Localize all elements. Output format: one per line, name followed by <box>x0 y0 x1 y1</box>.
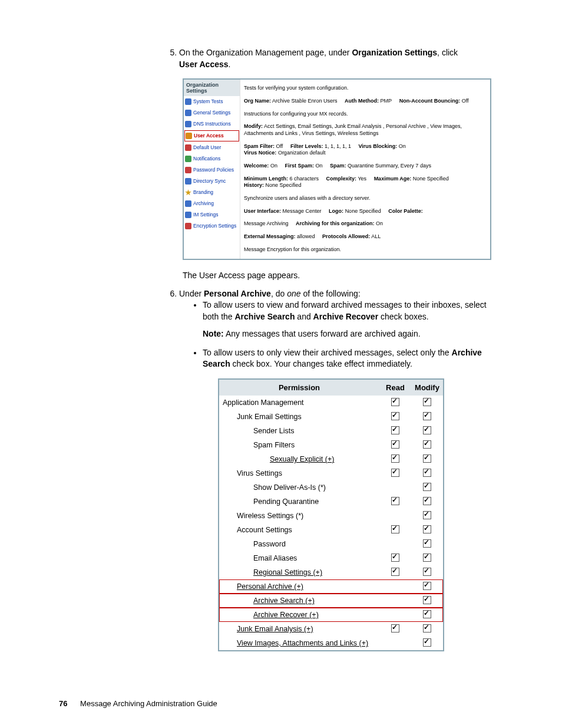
col-permission: Permission <box>219 380 379 396</box>
nav-item-password-policies[interactable]: Password Policies <box>184 164 240 176</box>
table-row: Wireless Settings (*) <box>219 509 443 523</box>
read-checkbox[interactable] <box>391 440 399 449</box>
modify-cell <box>411 509 443 523</box>
permission-label: Email Aliases <box>219 551 379 565</box>
permission-link[interactable]: View Images, Attachments and Links (+) <box>237 639 368 647</box>
nav-item-label: General Settings <box>193 110 230 116</box>
read-checkbox[interactable] <box>391 412 399 420</box>
permission-label: Application Management <box>219 396 379 410</box>
permission-text: Email Aliases <box>253 554 297 562</box>
read-checkbox[interactable] <box>391 426 399 434</box>
read-checkbox[interactable] <box>391 568 399 576</box>
modify-checkbox[interactable] <box>423 624 431 633</box>
modify-checkbox[interactable] <box>423 454 431 463</box>
modify-checkbox[interactable] <box>423 554 431 562</box>
permission-label: Personal Archive (+) <box>219 579 379 594</box>
row-general-settings: Org Name: Archive Stable Enron Users Aut… <box>244 95 487 108</box>
permission-text: Application Management <box>223 398 304 407</box>
nav-item-system-tests[interactable]: System Tests <box>184 96 240 107</box>
modify-checkbox[interactable] <box>423 398 431 406</box>
permission-text: Junk Email Settings <box>237 413 302 421</box>
modify-checkbox[interactable] <box>423 568 431 576</box>
row-system-tests: Tests for verifying your system configur… <box>244 82 487 95</box>
nav-item-label: DNS Instructions <box>193 121 231 127</box>
archiving-icon <box>185 200 191 207</box>
encryption-settings-icon <box>185 223 191 229</box>
read-checkbox[interactable] <box>391 554 399 562</box>
read-cell <box>379 495 411 509</box>
table-row: Pending Quarantine <box>219 495 443 509</box>
nav-item-general-settings[interactable]: General Settings <box>184 107 240 118</box>
modify-checkbox[interactable] <box>423 483 431 491</box>
modify-checkbox[interactable] <box>423 596 431 604</box>
permission-label: Pending Quarantine <box>219 495 379 509</box>
default-user-icon <box>185 144 191 151</box>
general-settings-icon <box>185 110 191 116</box>
modify-checkbox[interactable] <box>423 582 431 590</box>
nav-item-directory-sync[interactable]: Directory Sync <box>184 176 240 187</box>
modify-checkbox[interactable] <box>423 511 431 519</box>
modify-checkbox[interactable] <box>423 610 431 618</box>
nav-item-user-access[interactable]: User Access <box>184 130 239 141</box>
nav-item-archiving[interactable]: Archiving <box>184 198 240 209</box>
read-cell <box>379 551 411 565</box>
nav-item-default-user[interactable]: Default User <box>184 142 240 153</box>
nav-item-label: Password Policies <box>193 167 234 173</box>
modify-cell <box>411 579 443 594</box>
nav-item-notifications[interactable]: Notifications <box>184 153 240 164</box>
notifications-icon <box>185 156 191 162</box>
table-row: Personal Archive (+) <box>219 579 443 594</box>
read-cell <box>379 537 411 551</box>
read-checkbox[interactable] <box>391 469 399 477</box>
nav-item-encryption-settings[interactable]: Encryption Settings <box>184 220 240 232</box>
modify-checkbox[interactable] <box>423 539 431 548</box>
table-row: Account Settings <box>219 523 443 537</box>
table-row: Regional Settings (+) <box>219 565 443 579</box>
modify-checkbox[interactable] <box>423 638 431 647</box>
read-checkbox[interactable] <box>391 525 399 533</box>
modify-checkbox[interactable] <box>423 426 431 434</box>
read-checkbox[interactable] <box>391 398 399 406</box>
step6-bullets: To allow users to view and forward archi… <box>179 299 497 370</box>
permission-link[interactable]: Sexually Explicit (+) <box>270 455 334 463</box>
page-footer: 76 Message Archiving Administration Guid… <box>59 699 217 708</box>
read-cell <box>379 579 411 594</box>
modify-checkbox[interactable] <box>423 525 431 533</box>
table-row: Junk Email Settings <box>219 410 443 424</box>
nav-item-label: Archiving <box>193 201 214 206</box>
permission-link[interactable]: Personal Archive (+) <box>237 582 303 591</box>
modify-cell <box>411 608 443 622</box>
read-checkbox[interactable] <box>391 497 399 505</box>
read-checkbox[interactable] <box>391 624 399 633</box>
permission-link[interactable]: Regional Settings (+) <box>253 568 322 577</box>
nav-item-dns-instructions[interactable]: DNS Instructions <box>184 118 240 130</box>
row-password-policies: Minimum Length: 6 characters Complexity:… <box>244 173 487 192</box>
permission-link[interactable]: Junk Email Analysis (+) <box>237 625 313 633</box>
row-default-user: Spam Filter: Off Filter Levels: 1, 1, 1,… <box>244 140 487 160</box>
permission-label: Archive Recover (+) <box>219 608 379 622</box>
modify-checkbox[interactable] <box>423 469 431 477</box>
modify-checkbox[interactable] <box>423 412 431 420</box>
row-branding: User Interface: Message Center Logo: Non… <box>244 205 487 218</box>
table-row: Application Management <box>219 396 443 410</box>
modify-checkbox[interactable] <box>423 497 431 505</box>
read-cell <box>379 622 411 636</box>
user-access-icon <box>186 133 192 139</box>
permission-link[interactable]: Archive Recover (+) <box>253 611 319 619</box>
org-settings-main: Tests for verifying your system configur… <box>240 80 490 258</box>
permission-link[interactable]: Archive Search (+) <box>253 597 315 605</box>
permission-label: Spam Filters <box>219 438 379 452</box>
read-cell <box>379 636 411 650</box>
modify-cell <box>411 495 443 509</box>
permission-text: Wireless Settings (*) <box>237 512 303 520</box>
nav-item-im-settings[interactable]: IM Settings <box>184 209 240 220</box>
sidebar-header: Organization Settings <box>184 80 240 96</box>
after-step5: The User Access page appears. <box>183 271 497 280</box>
permissions-header-row: Permission Read Modify <box>219 380 443 396</box>
read-checkbox[interactable] <box>391 454 399 463</box>
modify-checkbox[interactable] <box>423 440 431 449</box>
nav-item-branding[interactable]: Branding <box>184 187 240 198</box>
note: Note: Any messages that users forward ar… <box>203 328 497 340</box>
step6-mid: , do <box>271 289 287 298</box>
modify-cell <box>411 565 443 579</box>
